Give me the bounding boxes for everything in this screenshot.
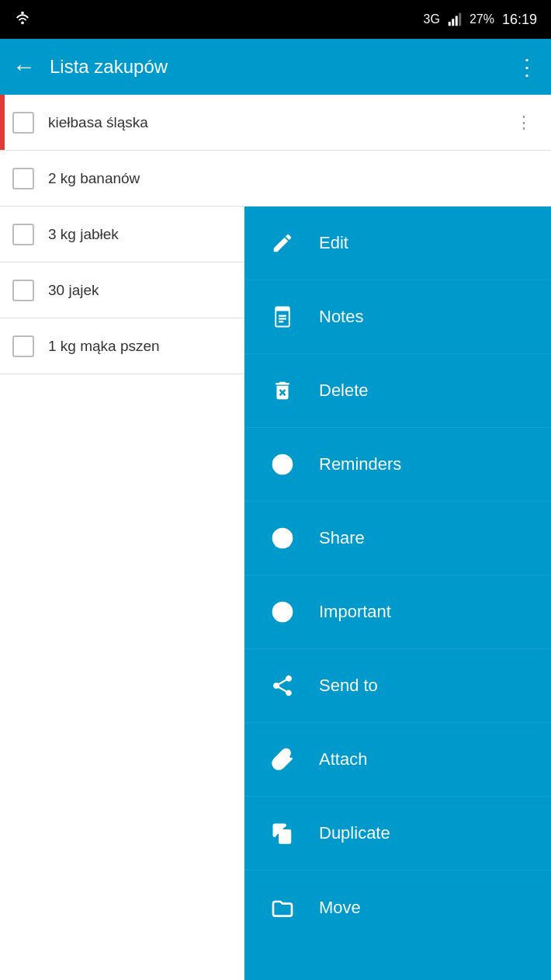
svg-rect-5 [459,13,461,26]
checkbox-1[interactable] [12,112,34,134]
menu-label-delete: Delete [319,381,369,401]
menu-item-important[interactable]: Important [244,575,551,649]
signal-icon [448,12,462,26]
important-icon [268,597,297,627]
back-button[interactable]: ← [12,54,36,80]
page-title: Lista zakupów [50,56,502,78]
menu-label-share: Share [319,528,365,548]
menu-label-notes: Notes [319,307,363,327]
status-bar: 3G 27% 16:19 [0,0,551,39]
menu-item-duplicate[interactable]: Duplicate [244,797,551,871]
menu-label-attach: Attach [319,749,367,770]
status-right: 3G 27% 16:19 [424,12,537,28]
time-label: 16:19 [502,12,537,28]
duplicate-icon [268,818,297,848]
svg-point-19 [281,615,283,617]
menu-item-share[interactable]: Share [244,502,551,575]
svg-point-1 [21,21,24,24]
list-item[interactable]: kiełbasa śląska ⋮ [0,95,551,151]
list-area: kiełbasa śląska ⋮ 2 kg bananów 3 kg jabł… [0,95,551,980]
checkbox-5[interactable] [12,335,34,357]
checkbox-2[interactable] [12,168,34,189]
menu-label-important: Important [319,602,391,622]
delete-icon [268,376,297,405]
svg-rect-2 [449,22,451,26]
more-button[interactable]: ⋮ [516,54,539,80]
menu-item-delete[interactable]: Delete [244,354,551,428]
context-menu: Edit Notes Delete [244,207,551,980]
item-more-1[interactable]: ⋮ [509,106,539,139]
toolbar: ← Lista zakupów ⋮ [0,39,551,95]
svg-point-0 [21,11,24,14]
menu-label-move: Move [319,898,361,918]
move-icon [268,893,297,923]
menu-label-sendto: Send to [319,676,378,696]
menu-label-reminders: Reminders [319,454,401,474]
svg-point-16 [279,533,286,539]
attach-icon [268,745,297,774]
notes-icon [268,302,297,332]
item-text-2: 2 kg bananów [48,170,539,187]
menu-item-reminders[interactable]: Reminders [244,428,551,502]
signal-label: 3G [424,12,440,26]
wifi-icon [14,9,31,30]
menu-item-notes[interactable]: Notes [244,280,551,354]
svg-rect-4 [456,16,458,26]
battery-label: 27% [470,12,494,26]
svg-rect-20 [279,830,290,843]
list-item[interactable]: 2 kg bananów [0,151,551,207]
svg-rect-7 [276,308,289,311]
checkbox-4[interactable] [12,280,34,301]
item-text-1: kiełbasa śląska [48,114,509,131]
share-icon [268,523,297,553]
menu-item-edit[interactable]: Edit [244,207,551,280]
menu-label-edit: Edit [319,233,348,253]
reminders-icon [268,450,297,479]
menu-item-move[interactable]: Move [244,871,551,944]
menu-item-sendto[interactable]: Send to [244,649,551,723]
checkbox-3[interactable] [12,224,34,245]
svg-rect-3 [452,19,454,26]
menu-item-attach[interactable]: Attach [244,723,551,797]
status-left [14,9,31,30]
menu-label-duplicate: Duplicate [319,823,390,843]
edit-icon [268,228,297,258]
sendto-icon [268,671,297,700]
svg-point-14 [282,464,284,466]
